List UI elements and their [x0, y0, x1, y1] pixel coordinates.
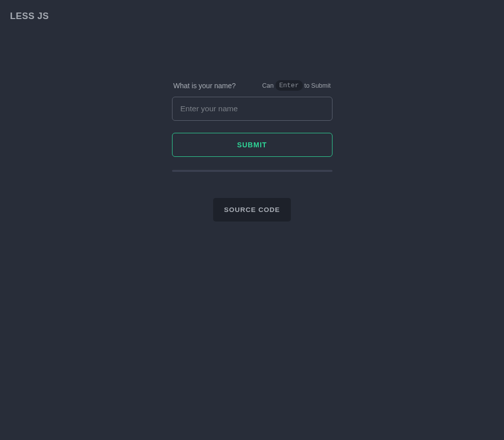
hint-suffix: to Submit: [304, 82, 331, 89]
enter-key-badge: Enter: [275, 80, 303, 91]
divider: [172, 170, 332, 172]
main-container: What is your name? Can Enter to Submit S…: [0, 80, 504, 222]
question-label: What is your name?: [174, 82, 236, 90]
label-row: What is your name? Can Enter to Submit: [172, 80, 332, 91]
header-title: LESS JS: [10, 11, 494, 22]
source-code-button[interactable]: SOURCE CODE: [213, 198, 291, 222]
name-input[interactable]: [172, 97, 332, 121]
submit-button[interactable]: SUBMIT: [172, 133, 332, 157]
hint-text: Can Enter to Submit: [262, 80, 331, 91]
hint-prefix: Can: [262, 82, 274, 89]
form-wrapper: What is your name? Can Enter to Submit S…: [172, 80, 332, 172]
header: LESS JS: [0, 0, 504, 33]
